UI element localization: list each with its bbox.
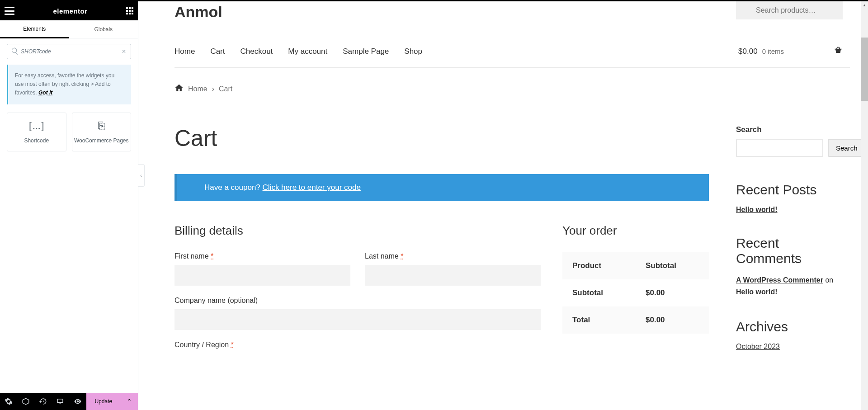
site-title[interactable]: Anmol bbox=[175, 1, 222, 21]
basket-icon bbox=[834, 46, 843, 57]
nav-my-account[interactable]: My account bbox=[288, 47, 327, 56]
navigator-icon[interactable] bbox=[17, 393, 34, 410]
subtotal-label: Subtotal bbox=[562, 279, 636, 306]
archives-heading: Archives bbox=[736, 319, 843, 335]
breadcrumb-home[interactable]: Home bbox=[188, 85, 208, 93]
preview-area: ▲ Anmol Home Cart Checkout My account bbox=[138, 1, 868, 410]
recent-comments-heading: Recent Comments bbox=[736, 236, 843, 266]
recent-post-link[interactable]: Hello world! bbox=[736, 206, 778, 213]
archive-link[interactable]: October 2023 bbox=[736, 343, 780, 350]
coupon-toggle-link[interactable]: Click here to enter your code bbox=[263, 183, 361, 192]
panel-header: elementor bbox=[0, 1, 138, 20]
widget-label: Shortcode bbox=[24, 137, 49, 144]
settings-icon[interactable] bbox=[0, 393, 17, 410]
widget-search-input[interactable] bbox=[21, 48, 117, 55]
tip-got-it[interactable]: Got It bbox=[38, 90, 52, 96]
company-label: Company name (optional) bbox=[175, 297, 541, 305]
last-name-input[interactable] bbox=[365, 265, 541, 286]
tab-elements[interactable]: Elements bbox=[0, 20, 69, 38]
commenter-link[interactable]: A WordPress Commenter bbox=[736, 276, 823, 284]
sidebar-search-button[interactable]: Search bbox=[828, 139, 866, 157]
update-options[interactable]: ⌃ bbox=[121, 393, 138, 410]
sidebar-widgets: Search Search Recent Posts Hello world! … bbox=[736, 125, 843, 353]
total-label: Total bbox=[562, 306, 636, 334]
nav-home[interactable]: Home bbox=[175, 47, 195, 56]
scroll-thumb[interactable] bbox=[861, 38, 868, 101]
sidebar-search-input[interactable] bbox=[736, 139, 823, 157]
first-name-label: First name * bbox=[175, 252, 350, 260]
history-icon[interactable] bbox=[34, 393, 52, 410]
recent-posts-heading: Recent Posts bbox=[736, 182, 843, 198]
th-subtotal: Subtotal bbox=[636, 252, 709, 279]
widget-search: ✕ bbox=[7, 44, 131, 59]
breadcrumb-sep: › bbox=[212, 85, 214, 93]
cart-count: 0 items bbox=[762, 47, 784, 55]
responsive-icon[interactable] bbox=[52, 393, 69, 410]
panel-footer: Update ⌃ bbox=[0, 393, 138, 410]
scroll-up-icon[interactable]: ▲ bbox=[861, 1, 868, 9]
nav-checkout[interactable]: Checkout bbox=[240, 47, 273, 56]
page-title: Cart bbox=[175, 125, 709, 151]
panel-tabs: Elements Globals bbox=[0, 20, 138, 38]
elementor-logo: elementor bbox=[53, 7, 87, 15]
nav-cart[interactable]: Cart bbox=[210, 47, 225, 56]
widget-label: WooCommerce Pages bbox=[74, 137, 129, 144]
product-search-input[interactable] bbox=[736, 1, 843, 19]
breadcrumb-current: Cart bbox=[219, 85, 232, 93]
total-value: $0.00 bbox=[636, 306, 709, 334]
tab-globals[interactable]: Globals bbox=[69, 20, 138, 38]
first-name-input[interactable] bbox=[175, 265, 350, 286]
clear-search-icon[interactable]: ✕ bbox=[122, 48, 126, 55]
search-icon bbox=[11, 47, 19, 57]
comment-post-link[interactable]: Hello world! bbox=[736, 288, 778, 296]
billing-heading: Billing details bbox=[175, 224, 541, 238]
apps-icon[interactable] bbox=[126, 7, 133, 14]
subtotal-value: $0.00 bbox=[636, 279, 709, 306]
menu-icon[interactable] bbox=[5, 7, 14, 15]
home-icon[interactable] bbox=[175, 83, 184, 94]
widget-woocommerce-pages[interactable]: ⎘ WooCommerce Pages bbox=[72, 113, 132, 151]
last-name-label: Last name * bbox=[365, 252, 541, 260]
preview-icon[interactable] bbox=[69, 393, 86, 410]
breadcrumb: Home › Cart bbox=[175, 83, 850, 94]
nav-shop[interactable]: Shop bbox=[404, 47, 422, 56]
th-product: Product bbox=[562, 252, 636, 279]
company-input[interactable] bbox=[175, 309, 541, 330]
favorites-tip: For easy access, favorite the widgets yo… bbox=[7, 65, 131, 104]
coupon-notice: Have a coupon? Click here to enter your … bbox=[175, 174, 709, 201]
header-cart[interactable]: $0.00 0 items bbox=[738, 46, 843, 57]
update-button[interactable]: Update bbox=[86, 393, 121, 410]
order-review-table: ProductSubtotal Subtotal$0.00 Total$0.00 bbox=[562, 252, 709, 334]
nav-sample-page[interactable]: Sample Page bbox=[343, 47, 389, 56]
search-widget-label: Search bbox=[736, 125, 843, 134]
order-heading: Your order bbox=[562, 224, 709, 238]
country-label: Country / Region * bbox=[175, 341, 541, 349]
cart-total: $0.00 bbox=[738, 47, 758, 56]
shortcode-icon: [...] bbox=[29, 120, 44, 132]
scrollbar[interactable]: ▲ bbox=[861, 1, 868, 410]
woocommerce-pages-icon: ⎘ bbox=[98, 120, 104, 132]
elementor-panel: elementor Elements Globals ✕ For easy ac… bbox=[0, 1, 138, 410]
widget-shortcode[interactable]: [...] Shortcode bbox=[7, 113, 66, 151]
primary-nav: Home Cart Checkout My account Sample Pag… bbox=[175, 47, 422, 56]
